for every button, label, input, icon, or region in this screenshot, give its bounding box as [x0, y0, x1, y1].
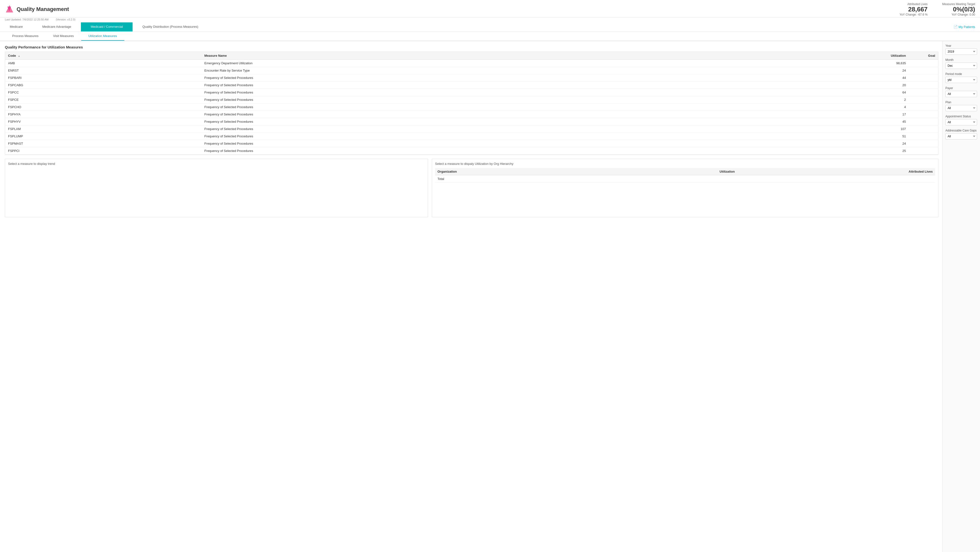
- cell-goal: [909, 147, 938, 154]
- cell-code: AMB: [5, 59, 202, 67]
- org-panel: Select a measure to dispaly Utilization …: [432, 159, 938, 217]
- filter-label-addressable_care_gaps: Addressable Care Gaps: [945, 129, 977, 132]
- table-row[interactable]: FSPCE Frequency of Selected Procedures 2: [5, 96, 938, 103]
- utilization-table-wrapper: Code ▲ Measure Name Utilization Goal AMB…: [5, 52, 938, 155]
- table-row[interactable]: FSPMAST Frequency of Selected Procedures…: [5, 140, 938, 147]
- measures-meeting-target-label: Measures Meeting Target: [942, 2, 975, 6]
- utilization-table: Code ▲ Measure Name Utilization Goal AMB…: [5, 52, 938, 155]
- cell-code: FSPHYA: [5, 111, 202, 118]
- table-row[interactable]: FSPBARI Frequency of Selected Procedures…: [5, 74, 938, 81]
- filter-group-addressable_care_gaps: Addressable Care GapsAll: [945, 129, 977, 140]
- org-col-organization: Organization: [435, 168, 601, 175]
- cell-code: FSPLUMP: [5, 132, 202, 140]
- filter-label-payer: Payer: [945, 86, 977, 90]
- cell-utilization: 20: [713, 81, 909, 89]
- table-header-row: Code ▲ Measure Name Utilization Goal: [5, 52, 938, 60]
- org-table-row[interactable]: Total: [435, 175, 935, 182]
- cell-utilization: 45: [713, 118, 909, 125]
- cell-utilization: 98,635: [713, 59, 909, 67]
- cell-measure-name: Frequency of Selected Procedures: [202, 103, 713, 111]
- cell-measure-name: Frequency of Selected Procedures: [202, 132, 713, 140]
- cell-goal: [909, 59, 938, 67]
- cell-utilization: 51: [713, 132, 909, 140]
- cell-measure-name: Frequency of Selected Procedures: [202, 96, 713, 103]
- second-nav: Process Measures Visit Measures Utilizat…: [0, 32, 980, 41]
- tab-medicare-advantage[interactable]: Medicare Advantage: [32, 22, 81, 32]
- org-col-utilization: Utilization: [601, 168, 737, 175]
- cell-utilization: 25: [713, 147, 909, 154]
- cell-utilization: 24: [713, 67, 909, 74]
- filter-group-period_mode: Period modeytdmonthlyquarterly: [945, 72, 977, 83]
- header-stats: Attributed Lives 28,667 YoY Change: -67.…: [900, 2, 975, 16]
- cell-measure-name: Emergency Department Utilization: [202, 59, 713, 67]
- filter-select-month[interactable]: JanFebMarAprMayJunJulAugSepOctNovDec: [945, 63, 977, 69]
- cell-code: FSPLAM: [5, 125, 202, 132]
- version: (Version: v3.2.0): [56, 18, 75, 21]
- cell-utilization: 4: [713, 103, 909, 111]
- cell-goal: [909, 132, 938, 140]
- cell-measure-name: Frequency of Selected Procedures: [202, 140, 713, 147]
- attributed-lives-value: 28,667: [900, 6, 928, 13]
- filter-select-period_mode[interactable]: ytdmonthlyquarterly: [945, 77, 977, 83]
- filter-group-appointment_status: Appointment StatusAll: [945, 115, 977, 125]
- sidebar: Year2019202020212022MonthJanFebMarAprMay…: [942, 41, 980, 552]
- table-row[interactable]: AMB Emergency Department Utilization 98,…: [5, 59, 938, 67]
- table-row[interactable]: ENRST Encounter Rate by Service Type 24: [5, 67, 938, 74]
- filter-label-period_mode: Period mode: [945, 72, 977, 76]
- cell-code: ENRST: [5, 67, 202, 74]
- cell-goal: [909, 89, 938, 96]
- cell-measure-name: Frequency of Selected Procedures: [202, 81, 713, 89]
- table-row[interactable]: FSPLAM Frequency of Selected Procedures …: [5, 125, 938, 132]
- table-row[interactable]: FSPHYA Frequency of Selected Procedures …: [5, 111, 938, 118]
- table-body: AMB Emergency Department Utilization 98,…: [5, 59, 938, 154]
- filter-select-plan[interactable]: All: [945, 105, 977, 111]
- cell-utilization: 17: [713, 111, 909, 118]
- cell-code: FSPCHO: [5, 103, 202, 111]
- tab-medicare[interactable]: Medicare: [0, 22, 32, 32]
- cell-code: FSPHYV: [5, 118, 202, 125]
- org-table-header-row: Organization Utilization Attributed Live…: [435, 168, 935, 175]
- filter-select-year[interactable]: 2019202020212022: [945, 48, 977, 55]
- cell-measure-name: Frequency of Selected Procedures: [202, 74, 713, 81]
- col-measure-name[interactable]: Measure Name: [202, 52, 713, 60]
- org-cell-utilization: [601, 175, 737, 182]
- cell-code: FSPPCI: [5, 147, 202, 154]
- tab-medicaid-commercial[interactable]: Medicaid / Commercial: [81, 22, 133, 32]
- table-row[interactable]: FSPCHO Frequency of Selected Procedures …: [5, 103, 938, 111]
- col-code[interactable]: Code ▲: [5, 52, 202, 60]
- header: Quality Management Attributed Lives 28,6…: [0, 0, 980, 17]
- cell-goal: [909, 74, 938, 81]
- table-row[interactable]: FSPPCI Frequency of Selected Procedures …: [5, 147, 938, 154]
- my-patients-link[interactable]: 📄 My Patients: [953, 22, 980, 32]
- tab-utilization-measures[interactable]: Utilization Measures: [81, 32, 124, 41]
- cell-goal: [909, 118, 938, 125]
- cell-utilization: 107: [713, 125, 909, 132]
- cell-measure-name: Frequency of Selected Procedures: [202, 125, 713, 132]
- filter-label-month: Month: [945, 58, 977, 62]
- filter-select-appointment_status[interactable]: All: [945, 119, 977, 125]
- org-table-body: Total: [435, 175, 935, 182]
- tab-process-measures[interactable]: Process Measures: [5, 32, 46, 41]
- logo-area: Quality Management: [5, 5, 69, 14]
- code-sort-icon: ▲: [18, 54, 20, 57]
- attributed-lives-label: Attributed Lives: [900, 2, 928, 6]
- tab-quality-distribution[interactable]: Quality Distribution (Process Measures): [133, 22, 208, 32]
- cell-goal: [909, 103, 938, 111]
- cell-goal: [909, 96, 938, 103]
- table-row[interactable]: FSPCABG Frequency of Selected Procedures…: [5, 81, 938, 89]
- filter-select-payer[interactable]: All: [945, 91, 977, 97]
- measures-meeting-target-value: 0%(0/3): [942, 6, 975, 13]
- attributed-lives-block: Attributed Lives 28,667 YoY Change: -67.…: [900, 2, 928, 16]
- org-cell-attributed-lives: [737, 175, 935, 182]
- tab-visit-measures[interactable]: Visit Measures: [46, 32, 81, 41]
- table-row[interactable]: FSPCC Frequency of Selected Procedures 6…: [5, 89, 938, 96]
- table-row[interactable]: FSPLUMP Frequency of Selected Procedures…: [5, 132, 938, 140]
- table-row[interactable]: FSPHYV Frequency of Selected Procedures …: [5, 118, 938, 125]
- col-utilization[interactable]: Utilization: [713, 52, 909, 60]
- filter-select-addressable_care_gaps[interactable]: All: [945, 133, 977, 140]
- attributed-lives-yoy: YoY Change: -67.6 %: [900, 13, 928, 16]
- cell-measure-name: Encounter Rate by Service Type: [202, 67, 713, 74]
- filter-group-payer: PayerAll: [945, 86, 977, 97]
- org-col-attributed-lives: Attributed Lives: [737, 168, 935, 175]
- col-goal[interactable]: Goal: [909, 52, 938, 60]
